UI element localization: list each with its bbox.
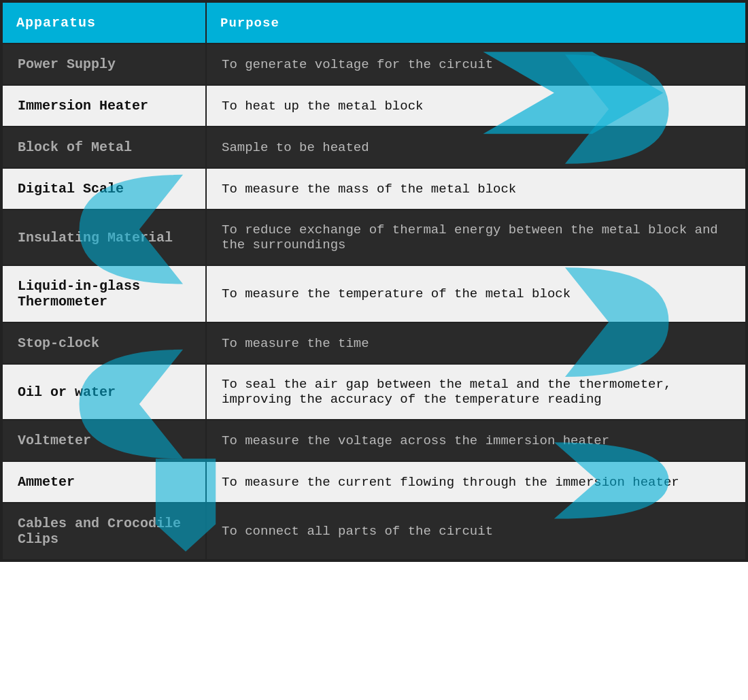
purpose-cell-voltmeter: To measure the voltage across the immers… xyxy=(206,420,746,461)
purpose-cell-insulating-material: To reduce exchange of thermal energy bet… xyxy=(206,210,746,265)
purpose-cell-block-of-metal: Sample to be heated xyxy=(206,127,746,168)
table-row-voltmeter: VoltmeterTo measure the voltage across t… xyxy=(2,420,746,461)
purpose-cell-digital-scale: To measure the mass of the metal block xyxy=(206,168,746,210)
apparatus-cell-cables-and-crocodile-clips: Cables and Crocodile Clips xyxy=(2,503,206,560)
purpose-cell-cables-and-crocodile-clips: To connect all parts of the circuit xyxy=(206,503,746,560)
apparatus-cell-voltmeter: Voltmeter xyxy=(2,420,206,461)
header-apparatus: Apparatus xyxy=(2,2,206,44)
table-wrapper: Apparatus Purpose Power SupplyTo generat… xyxy=(0,0,748,562)
apparatus-table: Apparatus Purpose Power SupplyTo generat… xyxy=(0,0,748,562)
table-header-row: Apparatus Purpose xyxy=(2,2,746,44)
apparatus-cell-digital-scale: Digital Scale xyxy=(2,168,206,210)
apparatus-cell-power-supply: Power Supply xyxy=(2,44,206,85)
purpose-cell-stop-clock: To measure the time xyxy=(206,322,746,364)
table-row-power-supply: Power SupplyTo generate voltage for the … xyxy=(2,44,746,85)
table-row-stop-clock: Stop-clockTo measure the time xyxy=(2,322,746,364)
apparatus-cell-oil-or-water: Oil or water xyxy=(2,364,206,420)
table-row-insulating-material: Insulating MaterialTo reduce exchange of… xyxy=(2,210,746,265)
table-row-oil-or-water: Oil or waterTo seal the air gap between … xyxy=(2,364,746,420)
purpose-cell-power-supply: To generate voltage for the circuit xyxy=(206,44,746,85)
purpose-cell-liquid-in-glass-thermometer: To measure the temperature of the metal … xyxy=(206,265,746,322)
apparatus-cell-liquid-in-glass-thermometer: Liquid-in-glass Thermometer xyxy=(2,265,206,322)
apparatus-cell-ammeter: Ammeter xyxy=(2,461,206,503)
table-row-ammeter: AmmeterTo measure the current flowing th… xyxy=(2,461,746,503)
purpose-cell-ammeter: To measure the current flowing through t… xyxy=(206,461,746,503)
apparatus-cell-immersion-heater: Immersion Heater xyxy=(2,85,206,127)
apparatus-cell-block-of-metal: Block of Metal xyxy=(2,127,206,168)
purpose-cell-oil-or-water: To seal the air gap between the metal an… xyxy=(206,364,746,420)
table-row-cables-and-crocodile-clips: Cables and Crocodile ClipsTo connect all… xyxy=(2,503,746,560)
table-row-block-of-metal: Block of MetalSample to be heated xyxy=(2,127,746,168)
header-purpose: Purpose xyxy=(206,2,746,44)
table-row-liquid-in-glass-thermometer: Liquid-in-glass ThermometerTo measure th… xyxy=(2,265,746,322)
table-row-digital-scale: Digital ScaleTo measure the mass of the … xyxy=(2,168,746,210)
apparatus-cell-insulating-material: Insulating Material xyxy=(2,210,206,265)
purpose-cell-immersion-heater: To heat up the metal block xyxy=(206,85,746,127)
table-row-immersion-heater: Immersion HeaterTo heat up the metal blo… xyxy=(2,85,746,127)
apparatus-cell-stop-clock: Stop-clock xyxy=(2,322,206,364)
